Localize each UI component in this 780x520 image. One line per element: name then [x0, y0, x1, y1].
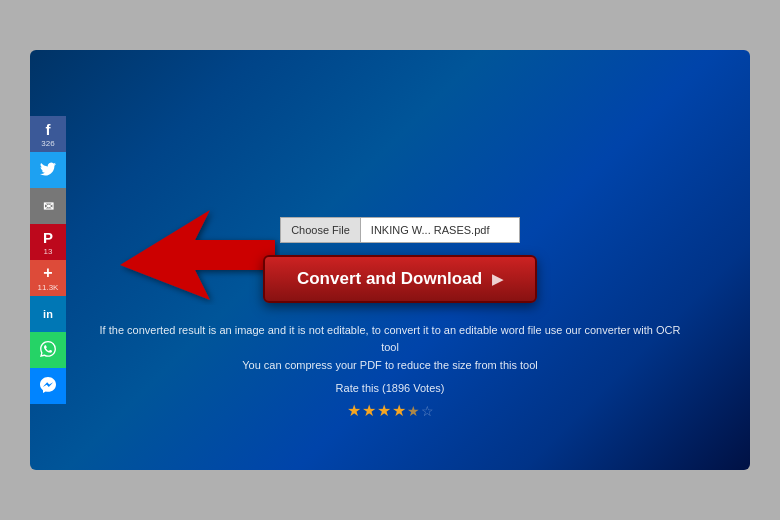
email-icon: ✉: [43, 199, 54, 214]
convert-button-arrow: ▶: [492, 271, 503, 287]
twitter-icon: [40, 162, 56, 179]
linkedin-icon: in: [43, 308, 53, 320]
googleplus-share-button[interactable]: + 11.3K: [30, 260, 66, 296]
main-frame: f 326 ✉ P 13 + 11.3K in: [30, 50, 750, 470]
star-1: ★: [347, 401, 361, 420]
whatsapp-share-button[interactable]: [30, 332, 66, 368]
facebook-share-button[interactable]: f 326: [30, 116, 66, 152]
social-sidebar: f 326 ✉ P 13 + 11.3K in: [30, 116, 66, 404]
pinterest-count: 13: [44, 247, 53, 256]
bottom-info-section: If the converted result is an image and …: [90, 322, 690, 420]
info-line-1: If the converted result is an image and …: [90, 322, 690, 357]
facebook-count: 326: [41, 139, 54, 148]
whatsapp-icon: [40, 341, 56, 360]
main-content-area: Choose File INKING W... RASES.pdf Conver…: [263, 217, 537, 303]
star-4: ★: [392, 401, 406, 420]
messenger-icon: [40, 377, 56, 396]
red-arrow-pointer: [120, 205, 280, 309]
svg-marker-0: [120, 210, 275, 300]
pinterest-icon: P: [43, 229, 53, 246]
plus-count: 11.3K: [38, 283, 59, 292]
star-rating: ★ ★ ★ ★ ★ ☆: [90, 401, 690, 420]
plus-icon: +: [43, 264, 52, 282]
star-3: ★: [377, 401, 391, 420]
messenger-share-button[interactable]: [30, 368, 66, 404]
choose-file-button[interactable]: Choose File: [280, 217, 360, 243]
pinterest-share-button[interactable]: P 13: [30, 224, 66, 260]
star-2: ★: [362, 401, 376, 420]
facebook-icon: f: [46, 121, 51, 138]
file-name-display: INKING W... RASES.pdf: [360, 217, 520, 243]
twitter-share-button[interactable]: [30, 152, 66, 188]
rate-label: Rate this (1896 Votes): [90, 380, 690, 398]
star-empty-indicator: ☆: [421, 403, 434, 419]
file-input-row: Choose File INKING W... RASES.pdf: [280, 217, 520, 243]
convert-button-label: Convert and Download: [297, 269, 482, 289]
star-5-half: ★: [407, 403, 420, 419]
convert-download-button[interactable]: Convert and Download ▶: [263, 255, 537, 303]
email-share-button[interactable]: ✉: [30, 188, 66, 224]
info-line-2: You can compress your PDF to reduce the …: [90, 357, 690, 375]
linkedin-share-button[interactable]: in: [30, 296, 66, 332]
